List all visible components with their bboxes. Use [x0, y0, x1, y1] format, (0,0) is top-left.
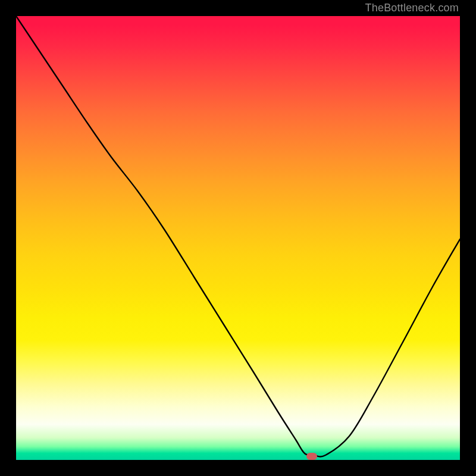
optimal-marker	[306, 453, 317, 460]
plot-area	[16, 16, 460, 460]
bottleneck-curve	[16, 16, 460, 460]
chart-canvas: TheBottleneck.com	[0, 0, 476, 476]
watermark-text: TheBottleneck.com	[365, 2, 459, 14]
